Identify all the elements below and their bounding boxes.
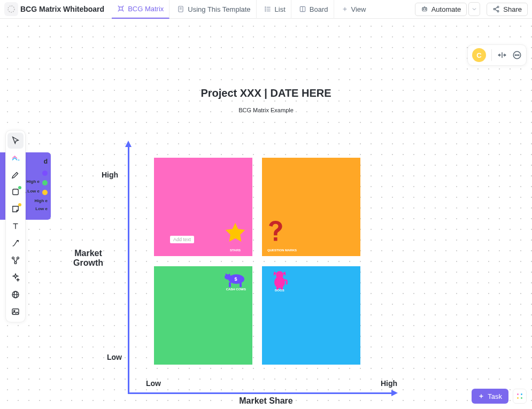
image-tool[interactable] xyxy=(7,304,24,320)
svg-line-31 xyxy=(16,259,18,262)
tab-board[interactable]: Board xyxy=(294,0,334,19)
svg-text:$: $ xyxy=(234,276,237,282)
sticky-note-tool[interactable] xyxy=(7,201,24,217)
svg-point-15 xyxy=(423,9,423,9)
svg-rect-46 xyxy=(240,282,242,287)
svg-text:+: + xyxy=(18,158,20,163)
bottom-right-controls: Task xyxy=(472,389,527,404)
x-low-label: Low xyxy=(146,379,161,388)
chart-subtitle[interactable]: BCG Matrix Example xyxy=(0,107,532,113)
y-high-label: High xyxy=(102,171,118,179)
select-tool[interactable] xyxy=(7,133,24,149)
quadrant-stars[interactable]: Add text STARS xyxy=(154,158,252,256)
quadrant-cash-cows[interactable]: $ CASH COWS xyxy=(154,266,252,365)
whiteboard-canvas[interactable]: + C d , High e , Low e High e Low e Proj… xyxy=(0,19,532,409)
add-text-placeholder[interactable]: Add text xyxy=(170,236,194,243)
svg-point-47 xyxy=(225,274,231,280)
x-axis-line xyxy=(128,392,392,394)
cow-icon: $ xyxy=(223,271,247,290)
svg-point-42 xyxy=(516,55,518,56)
svg-point-8 xyxy=(265,9,265,9)
automate-dropdown[interactable] xyxy=(468,2,480,16)
question-icon xyxy=(267,221,284,246)
y-axis-arrow xyxy=(125,141,132,147)
pen-tool[interactable] xyxy=(7,167,24,183)
quad-label: CASH COWS xyxy=(226,288,246,360)
svg-rect-45 xyxy=(229,282,231,287)
ai-tool[interactable] xyxy=(7,269,24,285)
tab-label: BCG Matrix xyxy=(128,5,164,13)
svg-point-9 xyxy=(265,11,265,11)
more-options-icon[interactable] xyxy=(512,50,522,60)
tab-list[interactable]: List xyxy=(259,0,291,19)
shape-tool[interactable] xyxy=(7,184,24,200)
svg-point-41 xyxy=(515,55,516,56)
svg-rect-35 xyxy=(12,309,19,315)
y-low-label: Low xyxy=(107,353,122,361)
share-button[interactable]: Share xyxy=(487,3,528,16)
automate-button[interactable]: Automate xyxy=(415,3,467,16)
relationship-tool[interactable] xyxy=(7,252,24,268)
quadrant-question-marks[interactable]: QUESTION MARKS xyxy=(262,158,360,256)
svg-line-21 xyxy=(495,7,498,9)
share-label: Share xyxy=(503,5,522,13)
top-bar: BCG Matrix Whiteboard BCG Matrix Using T… xyxy=(0,0,532,19)
chart-title[interactable]: Project XXX | DATE HERE xyxy=(0,87,532,99)
connector-tool[interactable] xyxy=(7,235,24,251)
y-axis-label[interactable]: MarketGrowth xyxy=(72,249,104,268)
task-label: Task xyxy=(488,392,502,400)
tab-using-template[interactable]: Using This Template xyxy=(172,0,256,19)
tab-label: Board xyxy=(310,5,328,13)
star-icon xyxy=(223,221,247,246)
new-task-button[interactable]: Task xyxy=(472,389,508,404)
tab-label: Using This Template xyxy=(188,5,250,13)
svg-rect-24 xyxy=(13,189,19,195)
svg-line-22 xyxy=(495,10,498,11)
doc-title[interactable]: BCG Matrix Whiteboard xyxy=(20,5,104,13)
svg-point-0 xyxy=(8,6,14,12)
tab-label: List xyxy=(275,5,286,13)
x-axis-label[interactable]: Market Share xyxy=(0,396,532,406)
x-high-label: High xyxy=(381,379,397,388)
quad-label: QUESTION MARKS xyxy=(267,249,297,252)
fit-width-icon[interactable] xyxy=(497,50,507,60)
collaborators-panel: C xyxy=(467,44,527,66)
svg-point-43 xyxy=(518,55,519,56)
svg-point-7 xyxy=(265,7,265,7)
svg-point-28 xyxy=(17,257,19,259)
svg-point-56 xyxy=(521,393,522,395)
y-axis-line xyxy=(128,145,129,394)
add-view-button[interactable]: View xyxy=(336,5,372,13)
svg-point-27 xyxy=(12,257,14,259)
svg-point-58 xyxy=(521,397,522,399)
web-tool[interactable] xyxy=(7,287,24,303)
quadrant-dogs[interactable]: DOGS xyxy=(262,266,360,365)
diagram-tool[interactable]: + xyxy=(7,150,24,166)
svg-point-55 xyxy=(517,393,519,395)
svg-point-50 xyxy=(276,271,283,279)
svg-point-16 xyxy=(425,9,426,9)
apps-button[interactable] xyxy=(513,389,527,404)
svg-point-57 xyxy=(517,397,519,399)
left-toolbar: + xyxy=(5,130,26,322)
user-avatar[interactable]: C xyxy=(472,48,486,62)
x-axis-arrow xyxy=(391,390,398,396)
doc-icon xyxy=(4,2,18,16)
tab-bcg-matrix[interactable]: BCG Matrix xyxy=(112,0,169,19)
quad-label: DOGS xyxy=(275,289,284,360)
automate-label: Automate xyxy=(431,5,461,13)
quad-label: STARS xyxy=(230,249,241,252)
view-label: View xyxy=(351,5,366,13)
svg-line-30 xyxy=(14,259,16,262)
text-tool[interactable] xyxy=(7,218,24,234)
